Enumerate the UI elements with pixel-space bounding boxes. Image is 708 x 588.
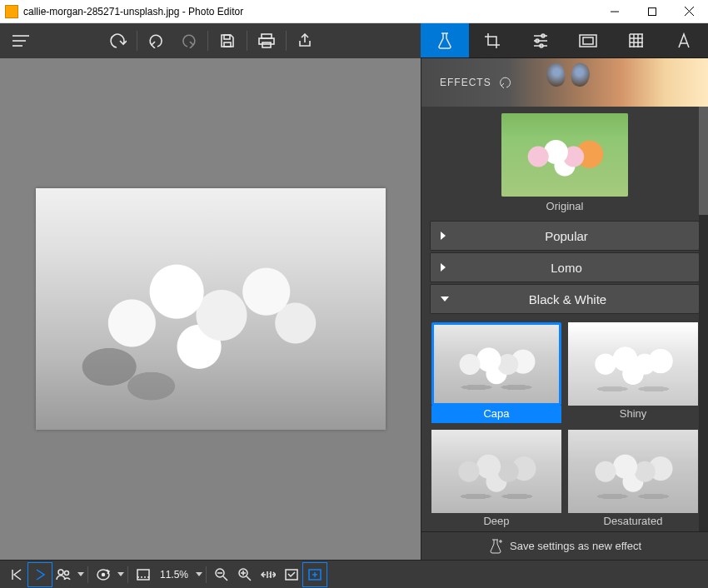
status-bar: 11.5% 1 <box>0 560 421 588</box>
svg-rect-11 <box>262 42 271 47</box>
effects-grid: Capa Shiny Deep Desaturated <box>430 316 700 531</box>
text-tab[interactable] <box>661 23 709 57</box>
fit-screen-button[interactable] <box>280 563 303 586</box>
first-icon <box>11 569 22 581</box>
people-button[interactable] <box>52 563 75 586</box>
share-icon <box>297 33 314 48</box>
body: EFFECTS Original Popular Lomo <box>0 58 708 560</box>
effect-desaturated[interactable]: Desaturated <box>568 430 698 531</box>
separator <box>137 31 137 51</box>
svg-rect-8 <box>224 42 231 47</box>
sharpen-tab[interactable] <box>612 23 661 57</box>
zoom-dropdown-icon[interactable] <box>196 572 202 576</box>
share-button[interactable] <box>290 24 322 57</box>
actual-size-icon <box>308 569 322 581</box>
chevron-right-icon <box>441 232 446 240</box>
category-label: Lomo <box>454 261 679 275</box>
separator <box>87 566 88 583</box>
svg-rect-38 <box>137 570 149 580</box>
save-effect-button[interactable]: Save settings as new effect <box>421 531 708 560</box>
people-icon <box>56 569 71 581</box>
separator <box>127 566 128 583</box>
flask-plus-icon <box>488 538 503 555</box>
window-title: callie-morgan-285271-unsplash.jpg - Phot… <box>23 6 596 17</box>
canvas-size-button[interactable] <box>132 563 155 586</box>
zoom-out-icon <box>215 568 228 581</box>
category-popular[interactable]: Popular <box>430 221 700 251</box>
actual-size-button[interactable] <box>303 563 327 586</box>
first-button[interactable] <box>5 563 28 586</box>
people-dropdown-icon[interactable] <box>77 572 84 576</box>
save-icon <box>220 33 235 48</box>
original-label: Original <box>430 200 700 212</box>
rotate-dropdown-icon[interactable] <box>117 572 124 576</box>
chevron-right-icon <box>441 263 446 272</box>
separator <box>247 31 247 51</box>
scrollbar-thumb[interactable] <box>699 107 708 215</box>
minimize-icon <box>611 7 619 16</box>
chevron-down-icon <box>441 296 449 301</box>
effect-label: Deep <box>431 513 561 531</box>
zoom-out-button[interactable] <box>210 563 233 586</box>
maximize-button[interactable] <box>633 0 671 22</box>
svg-rect-7 <box>224 35 230 39</box>
close-icon <box>685 7 694 16</box>
rotate-button[interactable] <box>92 563 115 586</box>
svg-point-35 <box>65 571 69 575</box>
separator <box>286 31 287 51</box>
fit-width-button[interactable]: 1 <box>257 563 280 586</box>
save-effect-label: Save settings as new effect <box>510 540 641 552</box>
effects-panel: EFFECTS Original Popular Lomo <box>421 58 708 560</box>
original-thumbnail[interactable] <box>501 113 628 197</box>
effect-thumbnail <box>431 322 561 406</box>
zoom-level[interactable]: 11.5% <box>155 569 193 581</box>
close-button[interactable] <box>671 0 708 22</box>
print-button[interactable] <box>251 24 282 57</box>
canvas-image <box>36 188 386 430</box>
category-label: Popular <box>454 229 679 243</box>
scrollbar-track[interactable] <box>699 107 708 531</box>
effect-deep[interactable]: Deep <box>431 430 561 531</box>
svg-line-41 <box>223 576 227 581</box>
vignette-icon <box>579 34 597 47</box>
minimize-button[interactable] <box>596 0 633 22</box>
fit-width-icon: 1 <box>261 569 276 581</box>
play-button[interactable] <box>28 563 52 586</box>
redo-step-button[interactable] <box>172 24 204 57</box>
svg-rect-20 <box>583 37 593 44</box>
rotate-icon <box>96 568 111 581</box>
svg-line-44 <box>247 576 251 581</box>
effect-thumbnail <box>568 322 698 406</box>
svg-point-34 <box>58 570 63 575</box>
effect-label: Shiny <box>568 406 698 423</box>
menu-button[interactable] <box>5 24 37 57</box>
category-black-white[interactable]: Black & White <box>430 284 700 314</box>
undo-step-icon <box>148 33 165 48</box>
undo-step-button[interactable] <box>141 24 172 57</box>
category-label: Black & White <box>456 292 679 306</box>
svg-point-37 <box>102 573 105 576</box>
save-button[interactable] <box>212 24 243 57</box>
effect-label: Desaturated <box>568 513 698 531</box>
category-lomo[interactable]: Lomo <box>430 252 700 282</box>
crop-tab[interactable] <box>469 23 517 57</box>
grid-icon <box>628 32 645 49</box>
effect-thumbnail <box>431 430 561 513</box>
zoom-in-icon <box>238 568 252 581</box>
vignette-tab[interactable] <box>565 23 613 57</box>
menu-icon <box>12 35 29 47</box>
effect-shiny[interactable]: Shiny <box>568 322 698 423</box>
title-bar: callie-morgan-285271-unsplash.jpg - Phot… <box>0 0 708 23</box>
canvas-area[interactable] <box>0 58 421 560</box>
undo-button[interactable] <box>102 24 133 57</box>
fit-screen-icon <box>285 569 298 581</box>
effects-tab[interactable] <box>421 23 469 57</box>
redo-step-icon <box>180 33 197 48</box>
separator <box>207 31 208 51</box>
canvas-icon <box>137 569 150 581</box>
adjust-tab[interactable] <box>516 23 565 57</box>
effect-thumbnail <box>568 430 698 513</box>
zoom-in-button[interactable] <box>233 563 257 586</box>
reset-icon[interactable] <box>498 76 513 89</box>
effect-capa[interactable]: Capa <box>431 322 561 423</box>
